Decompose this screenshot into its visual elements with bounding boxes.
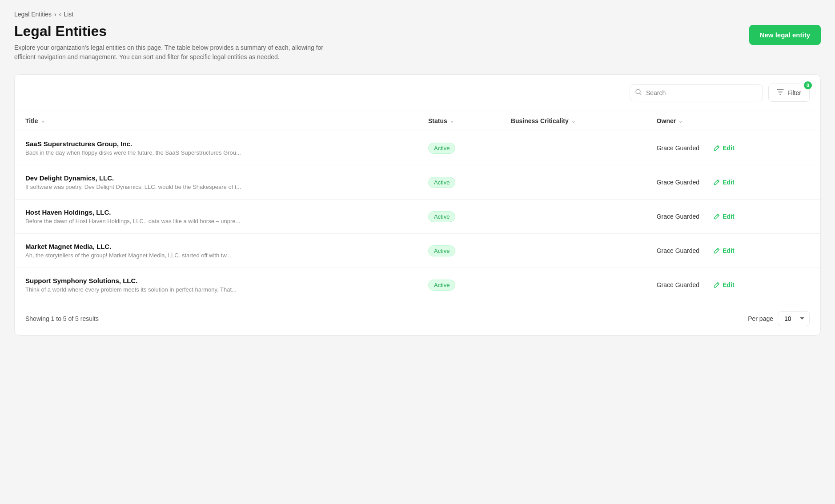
edit-button-3[interactable]: Edit	[710, 245, 738, 256]
cell-status-4: Active	[418, 268, 500, 302]
owner-name-0: Grace Guarded	[657, 144, 700, 152]
search-input[interactable]	[630, 84, 763, 101]
cell-title-2: Host Haven Holdings, LLC. Before the daw…	[15, 200, 418, 234]
entity-title-2: Host Haven Holdings, LLC.	[25, 208, 407, 216]
table-container: Filter 0 Title ⌄ Status ⌄	[14, 74, 821, 336]
status-badge-1: Active	[428, 177, 455, 188]
col-header-title: Title ⌄	[15, 111, 418, 131]
entities-table: Title ⌄ Status ⌄ Business Criticality ⌄	[15, 111, 820, 302]
pagination-info: Showing 1 to 5 of 5 results	[25, 315, 99, 322]
entity-title-0: SaaS Superstructures Group, Inc.	[25, 140, 407, 148]
col-header-status: Status ⌄	[418, 111, 500, 131]
table-row: Host Haven Holdings, LLC. Before the daw…	[15, 200, 820, 234]
filter-badge: 0	[804, 81, 812, 89]
cell-status-1: Active	[418, 165, 500, 200]
edit-button-0[interactable]: Edit	[710, 143, 738, 153]
filter-button[interactable]: Filter 0	[768, 84, 810, 102]
status-badge-4: Active	[428, 280, 455, 291]
status-sort-icon[interactable]: ⌄	[450, 118, 454, 124]
cell-title-0: SaaS Superstructures Group, Inc. Back in…	[15, 131, 418, 165]
per-page-selector: Per page 102550100	[748, 311, 810, 326]
table-row: Dev Delight Dynamics, LLC. If software w…	[15, 165, 820, 200]
per-page-dropdown[interactable]: 102550100	[778, 311, 810, 326]
filter-icon	[777, 88, 784, 97]
entity-desc-4: Think of a world where every problem mee…	[25, 286, 407, 293]
cell-status-2: Active	[418, 200, 500, 234]
table-row: Support Symphony Solutions, LLC. Think o…	[15, 268, 820, 302]
owner-name-4: Grace Guarded	[657, 281, 700, 288]
cell-owner-edit-3: Grace Guarded Edit	[646, 234, 820, 268]
breadcrumb-parent[interactable]: Legal Entities	[14, 11, 52, 18]
owner-name-2: Grace Guarded	[657, 213, 700, 220]
breadcrumb-chevron-right: ›	[54, 11, 56, 18]
status-badge-0: Active	[428, 143, 455, 154]
entity-title-4: Support Symphony Solutions, LLC.	[25, 277, 407, 284]
entity-desc-3: Ah, the storytellers of the group! Marke…	[25, 252, 407, 259]
cell-status-0: Active	[418, 131, 500, 165]
owner-name-3: Grace Guarded	[657, 247, 700, 254]
col-header-criticality: Business Criticality ⌄	[500, 111, 646, 131]
page-title: Legal Entities	[14, 23, 325, 40]
pagination-row: Showing 1 to 5 of 5 results Per page 102…	[15, 302, 820, 335]
cell-title-4: Support Symphony Solutions, LLC. Think o…	[15, 268, 418, 302]
cell-owner-edit-4: Grace Guarded Edit	[646, 268, 820, 302]
cell-owner-edit-2: Grace Guarded Edit	[646, 200, 820, 234]
status-badge-2: Active	[428, 211, 455, 222]
status-badge-3: Active	[428, 245, 455, 256]
cell-title-3: Market Magnet Media, LLC. Ah, the storyt…	[15, 234, 418, 268]
entity-title-1: Dev Delight Dynamics, LLC.	[25, 174, 407, 182]
filter-label: Filter	[787, 89, 801, 96]
edit-button-1[interactable]: Edit	[710, 177, 738, 188]
cell-owner-edit-0: Grace Guarded Edit	[646, 131, 820, 165]
search-icon	[635, 88, 642, 97]
cell-title-1: Dev Delight Dynamics, LLC. If software w…	[15, 165, 418, 200]
cell-owner-edit-1: Grace Guarded Edit	[646, 165, 820, 200]
entity-desc-0: Back in the day when floppy disks were t…	[25, 149, 407, 156]
search-wrapper	[630, 84, 763, 101]
edit-button-2[interactable]: Edit	[710, 211, 738, 222]
edit-icon-0	[714, 145, 720, 151]
table-row: Market Magnet Media, LLC. Ah, the storyt…	[15, 234, 820, 268]
table-header-row: Title ⌄ Status ⌄ Business Criticality ⌄	[15, 111, 820, 131]
col-header-owner: Owner ⌄	[646, 111, 820, 131]
cell-criticality-2	[500, 200, 646, 234]
edit-button-4[interactable]: Edit	[710, 280, 738, 290]
edit-icon-2	[714, 213, 720, 220]
breadcrumb: Legal Entities › ‹ List	[14, 11, 821, 18]
page-header: Legal Entities Explore your organization…	[14, 23, 821, 62]
table-row: SaaS Superstructures Group, Inc. Back in…	[15, 131, 820, 165]
edit-icon-1	[714, 179, 720, 185]
breadcrumb-back-chevron[interactable]: ‹	[59, 11, 61, 18]
title-sort-icon[interactable]: ⌄	[41, 118, 45, 124]
per-page-label: Per page	[748, 315, 773, 322]
toolbar: Filter 0	[15, 75, 820, 111]
svg-line-1	[639, 93, 641, 95]
page-description: Explore your organization's legal entiti…	[14, 43, 325, 62]
owner-name-1: Grace Guarded	[657, 179, 700, 186]
cell-status-3: Active	[418, 234, 500, 268]
criticality-sort-icon[interactable]: ⌄	[571, 118, 575, 124]
page-header-left: Legal Entities Explore your organization…	[14, 23, 325, 62]
entity-desc-1: If software was poetry, Dev Delight Dyna…	[25, 184, 407, 190]
cell-criticality-1	[500, 165, 646, 200]
edit-icon-3	[714, 248, 720, 254]
breadcrumb-current: List	[64, 11, 73, 18]
cell-criticality-3	[500, 234, 646, 268]
entity-desc-2: Before the dawn of Host Haven Holdings, …	[25, 218, 407, 224]
cell-criticality-0	[500, 131, 646, 165]
cell-criticality-4	[500, 268, 646, 302]
owner-sort-icon[interactable]: ⌄	[678, 118, 682, 124]
entity-title-3: Market Magnet Media, LLC.	[25, 243, 407, 250]
edit-icon-4	[714, 282, 720, 288]
new-legal-entity-button[interactable]: New legal entity	[749, 25, 821, 45]
